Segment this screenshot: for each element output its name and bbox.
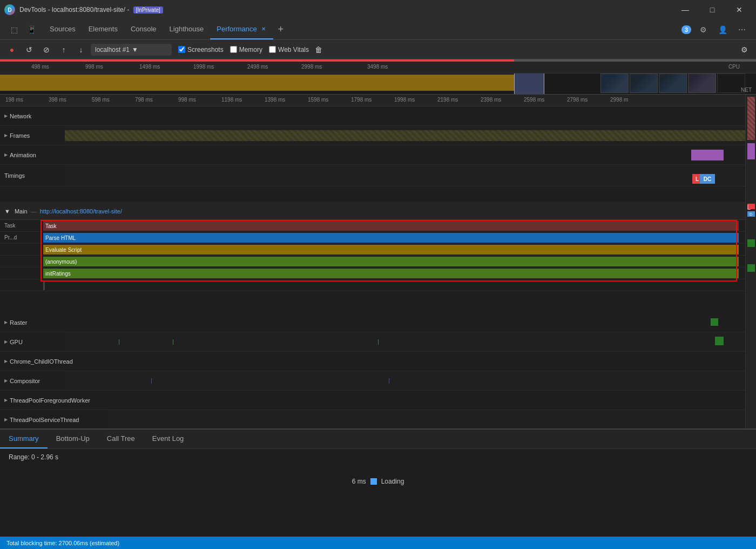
- track-label-frames[interactable]: ▶ Frames: [0, 132, 65, 139]
- tab-performance[interactable]: Performance ✕: [210, 19, 273, 39]
- flame-label-parse: Pr...d: [0, 235, 43, 240]
- track-label-timings[interactable]: Timings: [0, 172, 65, 179]
- devtools-icon: D: [4, 4, 15, 15]
- track-row-gpu: ▶ GPU: [0, 332, 745, 352]
- tab-console[interactable]: Console: [124, 19, 163, 39]
- download-button[interactable]: ↓: [73, 42, 89, 57]
- sidebar-purple: [747, 143, 755, 159]
- sidebar-green-1: [747, 239, 755, 247]
- track-row-raster: ▶ Raster: [0, 313, 745, 332]
- flame-body-init[interactable]: initRatings: [43, 267, 745, 279]
- cpu-overview[interactable]: NET: [0, 73, 756, 94]
- track-label-childio[interactable]: ▶ Chrome_ChildIOThread: [0, 358, 86, 365]
- more-icon-button[interactable]: ⋯: [734, 22, 750, 37]
- flame-row-evalscript: Evaluate Script: [0, 244, 745, 256]
- track-body-childio[interactable]: [86, 352, 745, 371]
- url-selector[interactable]: localhost #1 ▼: [91, 44, 172, 56]
- thumbnail: [630, 73, 658, 93]
- maximize-button[interactable]: □: [700, 0, 725, 19]
- ruler-mark: 998 ms: [85, 64, 103, 70]
- ruler-mark: 2998 ms: [301, 64, 322, 70]
- track-body-animation[interactable]: [65, 145, 745, 164]
- track-body-raster[interactable]: [65, 313, 745, 332]
- flame-body-task[interactable]: Task: [43, 220, 745, 231]
- tab-bottom-up[interactable]: Bottom-Up: [48, 430, 98, 448]
- memory-checkbox[interactable]: Memory: [230, 46, 262, 53]
- tab-call-tree[interactable]: Call Tree: [98, 430, 144, 448]
- ruler-mark: 498 ms: [31, 64, 49, 70]
- track-label-compositor[interactable]: ▶ Compositor: [0, 378, 65, 384]
- tabbar-right: 3 ⚙ 👤 ⋯: [677, 19, 754, 39]
- new-tab-button[interactable]: +: [273, 19, 288, 39]
- flame-body-parse[interactable]: Parse HTML: [43, 232, 745, 243]
- net-label: NET: [741, 87, 752, 93]
- record-button[interactable]: ●: [4, 42, 19, 57]
- tracks-scroll-area[interactable]: ▶ Network ▶ Frames ▶: [0, 106, 745, 429]
- track-label-animation[interactable]: ▶ Animation: [0, 152, 65, 158]
- track-label-raster[interactable]: ▶ Raster: [0, 319, 65, 326]
- anonymous-block[interactable]: (anonymous): [43, 257, 739, 266]
- flame-body-anon[interactable]: (anonymous): [43, 256, 745, 267]
- timeline-area: 498 ms 998 ms 1498 ms 1998 ms 2498 ms 29…: [0, 59, 756, 95]
- screenshots-checkbox[interactable]: Screenshots: [178, 46, 224, 53]
- thumbnail: [600, 73, 629, 93]
- tab-sources[interactable]: Sources: [43, 19, 82, 39]
- trash-button[interactable]: 🗑: [311, 42, 326, 57]
- close-button[interactable]: ✕: [727, 0, 752, 19]
- thumbnail: [659, 73, 687, 93]
- flame-row-empty-1: [0, 279, 745, 291]
- track-body-timings[interactable]: L DC: [65, 165, 745, 186]
- profile-icon-button[interactable]: 👤: [715, 22, 730, 37]
- task-block[interactable]: Task: [43, 221, 739, 231]
- titlebar-title: DevTools - localhost:8080/travel-site/ -…: [19, 6, 669, 14]
- track-body-network[interactable]: [65, 106, 745, 125]
- track-label-threadpool-fg[interactable]: ▶ ThreadPoolForegroundWorker: [0, 397, 108, 404]
- main-thread-header: ▼ Main — http://localhost:8080/travel-si…: [0, 203, 745, 220]
- inspect-icon-button[interactable]: ⬚: [6, 22, 22, 37]
- minimize-button[interactable]: —: [673, 0, 698, 19]
- initratings-block[interactable]: initRatings: [43, 269, 739, 278]
- webvitals-checkbox[interactable]: Web Vitals: [269, 46, 309, 53]
- reload-button[interactable]: ↺: [22, 42, 37, 57]
- sidebar-blue: D: [747, 211, 755, 217]
- parse-html-block[interactable]: Parse HTML: [43, 233, 739, 243]
- toolbar: ● ↺ ⊘ ↑ ↓ localhost #1 ▼ Screenshots Mem…: [0, 40, 756, 59]
- evaluate-script-block[interactable]: Evaluate Script: [43, 245, 739, 255]
- tab-event-log[interactable]: Event Log: [144, 430, 193, 448]
- track-body-threadpool-svc[interactable]: [108, 410, 745, 429]
- perf-settings-button[interactable]: ⚙: [737, 42, 752, 57]
- track-row-childio: ▶ Chrome_ChildIOThread: [0, 352, 745, 371]
- track-label-network[interactable]: ▶ Network: [0, 113, 65, 119]
- loading-row: 6 ms Loading: [352, 478, 404, 485]
- spacer: [0, 291, 745, 313]
- tabs-container: Sources Elements Console Lighthouse Perf…: [43, 19, 288, 39]
- summary-chart-area: 6 ms Loading: [9, 465, 747, 498]
- sidebar-red: L: [747, 204, 755, 209]
- ruler-mark: 1498 ms: [139, 64, 160, 70]
- track-body-compositor[interactable]: [65, 371, 745, 390]
- tab-lighthouse[interactable]: Lighthouse: [163, 19, 211, 39]
- tab-performance-close[interactable]: ✕: [260, 25, 267, 33]
- bottom-tabs: Summary Bottom-Up Call Tree Event Log: [0, 430, 756, 449]
- track-body-threadpool-fg[interactable]: [108, 391, 745, 410]
- ruler-mark: 2498 ms: [247, 64, 268, 70]
- upload-button[interactable]: ↑: [56, 42, 71, 57]
- track-label-gpu[interactable]: ▶ GPU: [0, 339, 65, 345]
- track-body-frames[interactable]: [65, 126, 745, 145]
- tab-summary[interactable]: Summary: [0, 430, 48, 448]
- track-row-timings: Timings L DC: [0, 165, 745, 186]
- track-body-gpu[interactable]: [65, 332, 745, 351]
- device-icon-button[interactable]: 📱: [24, 22, 39, 37]
- loading-color-block: [370, 478, 377, 485]
- ruler-mark: 1998 ms: [193, 64, 214, 70]
- range-text: Range: 0 - 2.96 s: [9, 453, 747, 461]
- track-label-threadpool-svc[interactable]: ▶ ThreadPoolServiceThread: [0, 417, 108, 423]
- settings-icon-button[interactable]: ⚙: [696, 22, 711, 37]
- bottom-panel: Summary Bottom-Up Call Tree Event Log Ra…: [0, 429, 756, 537]
- flame-body-eval[interactable]: Evaluate Script: [43, 244, 745, 255]
- tabbar-left: ⬚ 📱: [2, 19, 43, 39]
- tab-elements[interactable]: Elements: [82, 19, 124, 39]
- tracks-flame-area: 198 ms 398 ms 598 ms 798 ms 998 ms 1198 …: [0, 95, 745, 429]
- sidebar-green-2: [747, 264, 755, 272]
- clear-button[interactable]: ⊘: [39, 42, 54, 57]
